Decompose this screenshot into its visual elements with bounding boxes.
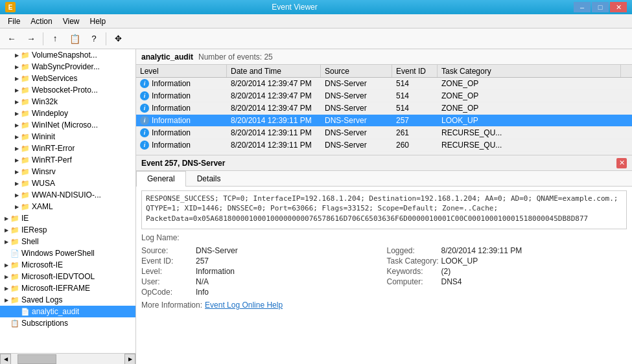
sidebar-item-11[interactable]: ▶📁WUSA — [0, 177, 135, 189]
window-title: Event Viewer — [16, 3, 574, 12]
sidebar-item-7[interactable]: ▶📁Wininit — [0, 131, 135, 142]
folder-icon-12: 📁 — [21, 191, 30, 199]
sidebar-item-9[interactable]: ▶📁WinRT-Perf — [0, 154, 135, 166]
menu-file[interactable]: File — [3, 16, 25, 27]
folder-icon-14: 📁 — [10, 214, 19, 223]
toolbar-separator-2 — [106, 32, 106, 45]
folder-icon-1: 📁 — [21, 63, 30, 71]
tree-arrow-7: ▶ — [13, 134, 21, 140]
forward-button[interactable]: → — [22, 30, 40, 47]
sidebar-item-10[interactable]: ▶📁Winsrv — [0, 166, 135, 177]
tab-details[interactable]: Details — [186, 171, 232, 187]
sidebar-item-3[interactable]: ▶📁Websocket-Proto... — [0, 84, 135, 96]
sidebar-item-label-23: Subscriptions — [21, 319, 68, 328]
level-text-3: Information — [152, 116, 191, 125]
cell-datetime-0: 8/20/2014 12:39:47 PM — [227, 78, 321, 89]
sidebar-item-19[interactable]: ▶📁Microsoft-IEDVTOOL — [0, 271, 135, 282]
sidebar-item-22[interactable]: 📄analytic_audit — [0, 306, 135, 317]
col-header-task[interactable]: Task Category — [438, 65, 621, 77]
table-row-2[interactable]: i Information 8/20/2014 12:39:47 PM DNS-… — [136, 102, 632, 115]
sidebar-item-5[interactable]: ▶📁Windeploy — [0, 108, 135, 119]
info-icon-5: i — [140, 141, 149, 150]
cell-datetime-5: 8/20/2014 12:39:11 PM — [227, 140, 321, 150]
cell-datetime-3: 8/20/2014 12:39:11 PM — [227, 115, 321, 126]
cell-eventid-1: 514 — [392, 91, 438, 101]
menu-action[interactable]: Action — [25, 16, 57, 27]
tree-arrow-16: ▶ — [3, 239, 10, 245]
up-button[interactable]: ↑ — [46, 30, 64, 47]
cell-source-3: DNS-Server — [321, 115, 392, 126]
sidebar-item-label-12: WWAN-NDISUIO-... — [32, 190, 101, 199]
table-row-5[interactable]: i Information 8/20/2014 12:39:11 PM DNS-… — [136, 139, 632, 152]
col-header-source[interactable]: Source — [321, 65, 392, 77]
sidebar-item-15[interactable]: ▶📁IEResp — [0, 224, 135, 236]
level-label: Level: — [141, 267, 193, 276]
scroll-track — [11, 354, 124, 365]
sidebar-item-12[interactable]: ▶📁WWAN-NDISUIO-... — [0, 189, 135, 201]
sidebar-item-21[interactable]: ▶📁Saved Logs — [0, 294, 135, 306]
sidebar-item-14[interactable]: ▶📁IE — [0, 212, 135, 224]
detail-title: Event 257, DNS-Server — [141, 159, 225, 168]
back-button[interactable]: ← — [3, 30, 21, 47]
table-row-0[interactable]: i Information 8/20/2014 12:39:47 PM DNS-… — [136, 78, 632, 90]
tree-arrow-0: ▶ — [13, 52, 21, 58]
scroll-right-button[interactable]: ▶ — [124, 354, 135, 365]
maximize-button[interactable]: □ — [592, 2, 609, 12]
sidebar-item-16[interactable]: ▶📁Shell — [0, 236, 135, 247]
sidebar-item-8[interactable]: ▶📁WinRT-Error — [0, 142, 135, 154]
field-keywords: Keywords: (2) — [387, 267, 627, 276]
sidebar-item-20[interactable]: ▶📁Microsoft-IEFRAME — [0, 282, 135, 294]
folder-icon-17: 📄 — [10, 249, 19, 258]
level-text-2: Information — [152, 104, 191, 113]
col-header-datetime[interactable]: Date and Time — [227, 65, 321, 77]
table-row-1[interactable]: i Information 8/20/2014 12:39:47 PM DNS-… — [136, 90, 632, 102]
cell-datetime-1: 8/20/2014 12:39:47 PM — [227, 91, 321, 101]
table-row-3[interactable]: i Information 8/20/2014 12:39:11 PM DNS-… — [136, 115, 632, 127]
moreinfo-link[interactable]: Event Log Online Help — [205, 301, 283, 310]
event-detail-panel: Event 257, DNS-Server ✕ General Details … — [136, 155, 632, 364]
folder-icon-10: 📁 — [21, 168, 30, 176]
events-count: Number of events: 25 — [198, 52, 273, 62]
minimize-button[interactable]: – — [574, 2, 591, 12]
sidebar-item-2[interactable]: ▶📁WebServices — [0, 73, 135, 84]
sidebar-item-6[interactable]: ▶📁WinINet (Microso... — [0, 119, 135, 131]
sidebar-item-4[interactable]: ▶📁Win32k — [0, 96, 135, 108]
cell-task-0: ZONE_OP — [438, 78, 632, 89]
folder-icon-15: 📁 — [10, 226, 19, 234]
scroll-left-button[interactable]: ◀ — [0, 354, 11, 365]
cell-source-0: DNS-Server — [321, 78, 392, 89]
cell-eventid-2: 514 — [392, 103, 438, 113]
sidebar-item-label-18: Microsoft-IE — [21, 260, 63, 269]
app-icon: E — [5, 2, 16, 12]
cell-task-4: RECURSE_QU... — [438, 128, 632, 138]
sidebar-item-23[interactable]: 📋Subscriptions — [0, 317, 135, 329]
folder-icon-11: 📁 — [21, 179, 30, 188]
table-row-4[interactable]: i Information 8/20/2014 12:39:11 PM DNS-… — [136, 127, 632, 139]
detail-close-button[interactable]: ✕ — [616, 158, 627, 168]
col-header-eventid[interactable]: Event ID — [392, 65, 438, 77]
sidebar-item-13[interactable]: ▶📁XAML — [0, 201, 135, 212]
tab-general[interactable]: General — [136, 171, 186, 187]
menu-view[interactable]: View — [58, 16, 85, 27]
sidebar-item-18[interactable]: ▶📁Microsoft-IE — [0, 259, 135, 271]
field-user: User: N/A — [141, 277, 382, 286]
col-header-level[interactable]: Level — [136, 65, 227, 77]
folder-icon-21: 📁 — [10, 296, 19, 304]
folder-icon-6: 📁 — [21, 121, 30, 130]
menu-help[interactable]: Help — [85, 16, 111, 27]
folder-icon-4: 📁 — [21, 98, 30, 106]
scroll-thumb[interactable] — [18, 354, 56, 364]
event-text-box: RESPONSE_SUCCESS; TCP=0; InterfaceIP=192… — [141, 190, 627, 229]
folder-icon-18: 📁 — [10, 261, 19, 269]
sidebar-item-1[interactable]: ▶📁WabSyncProvider... — [0, 61, 135, 73]
detail-content: RESPONSE_SUCCESS; TCP=0; InterfaceIP=192… — [136, 187, 632, 364]
close-button[interactable]: ✕ — [610, 2, 627, 12]
window-controls: – □ ✕ — [574, 2, 627, 12]
level-text-4: Information — [152, 128, 191, 137]
view-button[interactable]: ✥ — [109, 30, 127, 47]
sidebar-item-0[interactable]: ▶📁VolumeSnapshot... — [0, 49, 135, 61]
sidebar-item-17[interactable]: 📄Windows PowerShell — [0, 247, 135, 259]
help-button[interactable]: ? — [85, 30, 103, 47]
detail-header: Event 257, DNS-Server ✕ — [136, 155, 632, 171]
properties-button[interactable]: 📋 — [65, 30, 84, 47]
